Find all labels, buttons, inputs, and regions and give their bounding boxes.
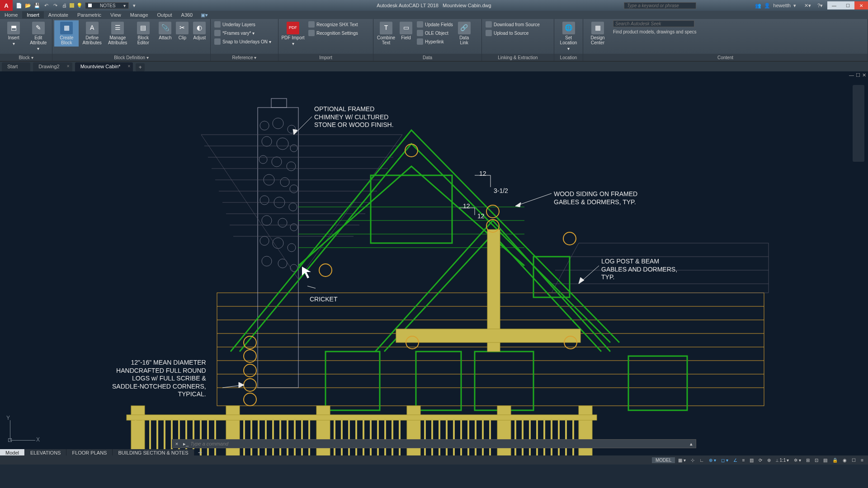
otrack-toggle[interactable]: ∠: [731, 457, 739, 463]
panel-title[interactable]: Block Definition ▾: [52, 54, 210, 61]
save-icon[interactable]: 💾: [33, 2, 41, 9]
recognize-shx-button[interactable]: Recognize SHX Text: [307, 20, 360, 28]
units-toggle[interactable]: ⊡: [813, 457, 820, 463]
clip-button[interactable]: ✂Clip: [175, 20, 190, 42]
manage-attributes-button[interactable]: ☰Manage Attributes: [105, 20, 130, 47]
menu-manage[interactable]: Manage: [126, 11, 153, 19]
recognition-settings-button[interactable]: Recognition Settings: [307, 29, 360, 37]
update-fields-button[interactable]: Update Fields: [415, 20, 455, 28]
menu-home[interactable]: Home: [0, 11, 22, 19]
doctab-mountview[interactable]: Mountview Cabin*×: [75, 62, 133, 71]
model-space-toggle[interactable]: MODEL: [652, 457, 675, 463]
underlay-layers-button[interactable]: Underlay Layers: [212, 20, 273, 28]
help-icon[interactable]: ?▾: [817, 3, 823, 9]
seek-search-input[interactable]: [613, 20, 694, 27]
pdf-import-button[interactable]: PDFPDF Import▾: [280, 20, 306, 47]
combine-text-button[interactable]: TCombine Text: [375, 20, 397, 47]
grid-toggle[interactable]: ▦ ▾: [676, 457, 688, 463]
svg-rect-50: [628, 356, 687, 410]
svg-point-25: [262, 216, 272, 225]
minimize-button[interactable]: —: [827, 1, 841, 9]
annotation-monitor[interactable]: ⊕: [765, 457, 773, 463]
lineweight-toggle[interactable]: ≡: [741, 457, 747, 463]
annoscale-toggle[interactable]: ⟂ 1:1 ▾: [774, 457, 791, 463]
panel-title: Linking & Extraction: [482, 54, 554, 61]
drawing-canvas[interactable]: —☐✕: [0, 71, 868, 465]
frames-vary-button[interactable]: *Frames vary* ▾: [212, 29, 273, 37]
doctab-drawing2[interactable]: Drawing2×: [33, 62, 72, 71]
isolate-objects[interactable]: ◉: [841, 457, 849, 463]
bulb-icon[interactable]: 💡: [76, 2, 83, 9]
svg-point-126: [563, 232, 576, 245]
qat-more-icon[interactable]: ▾: [131, 2, 138, 9]
close-tab-icon[interactable]: ×: [128, 64, 131, 69]
field-button[interactable]: ▭Field: [398, 20, 414, 42]
svg-point-11: [273, 118, 283, 129]
svg-point-30: [288, 244, 296, 252]
lock-ui[interactable]: 🔒: [830, 457, 840, 463]
svg-point-14: [277, 138, 288, 150]
redo-icon[interactable]: ↷: [52, 2, 59, 9]
quick-props[interactable]: ▤: [821, 457, 829, 463]
command-line[interactable]: × ▸_ ▴: [172, 439, 696, 448]
hyperlink-button[interactable]: Hyperlink: [415, 38, 455, 46]
menu-a360[interactable]: A360: [177, 11, 198, 19]
undo-icon[interactable]: ↶: [42, 2, 50, 9]
panel-import: PDFPDF Import▾ Recognize SHX Text Recogn…: [278, 19, 373, 61]
define-attributes-button[interactable]: ADefine Attributes: [80, 20, 104, 47]
user-menu[interactable]: 👥 👤 hewetth ▾ ✕▾ ?▾: [755, 3, 823, 9]
menu-parametric[interactable]: Parametric: [73, 11, 106, 19]
layer-dropdown[interactable]: NOTES ▾: [85, 2, 129, 9]
edit-attribute-button[interactable]: ✎Edit Attribute▾: [27, 20, 51, 52]
panel-title[interactable]: Reference ▾: [211, 54, 278, 61]
transparency-toggle[interactable]: ▥: [748, 457, 755, 463]
close-button[interactable]: ✕: [854, 1, 868, 9]
snap-underlays-button[interactable]: Snap to Underlays ON ▾: [212, 38, 273, 46]
app-logo[interactable]: A: [0, 0, 13, 11]
block-editor-button[interactable]: ▤Block Editor: [131, 20, 155, 47]
ole-object-button[interactable]: OLE Object: [415, 29, 455, 37]
workspace-switch[interactable]: ✲ ▾: [792, 457, 803, 463]
polar-toggle[interactable]: ⊕ ▾: [707, 457, 718, 463]
help-search-input[interactable]: [624, 2, 696, 9]
attach-button[interactable]: 📎Attach: [156, 20, 174, 42]
ortho-toggle[interactable]: ∟: [698, 457, 706, 463]
clean-screen[interactable]: ☐: [850, 457, 858, 463]
close-tab-icon[interactable]: ×: [67, 64, 70, 69]
annotation-visibility[interactable]: ⊞: [804, 457, 811, 463]
open-icon[interactable]: 📂: [24, 2, 32, 9]
menu-annotate[interactable]: Annotate: [44, 11, 73, 19]
print-icon[interactable]: 🖨: [61, 2, 68, 9]
featured-apps-icon[interactable]: ▣▾: [201, 12, 208, 18]
close-cmd-icon[interactable]: ×: [172, 441, 181, 446]
new-icon[interactable]: 📄: [15, 2, 23, 9]
cycling-toggle[interactable]: ⟳: [757, 457, 764, 463]
cmd-history-icon[interactable]: ▴: [687, 441, 696, 447]
menu-insert[interactable]: Insert: [22, 11, 44, 19]
panel-title[interactable]: Block ▾: [0, 54, 52, 61]
svg-point-22: [260, 196, 269, 205]
snap-toggle[interactable]: ⊹: [689, 457, 696, 463]
upload-source-button[interactable]: Upload to Source: [484, 29, 542, 37]
data-link-button[interactable]: 🔗Data Link: [456, 20, 473, 47]
exchange-icon[interactable]: ✕▾: [804, 3, 811, 9]
menu-view[interactable]: View: [106, 11, 126, 19]
layer-swatch-icon[interactable]: [70, 3, 74, 8]
pitch-label-35: 3-1/2: [494, 187, 508, 195]
design-center-button[interactable]: ▦Design Center: [585, 20, 610, 47]
doctab-start[interactable]: Start: [2, 62, 30, 71]
add-tab-button[interactable]: +: [136, 63, 145, 71]
panel-title: Import: [278, 54, 373, 61]
adjust-button[interactable]: ◐Adjust: [191, 20, 208, 42]
annotation-chimney: OPTIONAL FRAMED CHIMNEY W/ CULTURED STON…: [314, 105, 394, 129]
menu-output[interactable]: Output: [153, 11, 177, 19]
svg-point-16: [259, 155, 267, 164]
customize-status[interactable]: ≡: [859, 457, 865, 463]
create-block-button[interactable]: ▦Create Block: [54, 20, 79, 47]
command-input[interactable]: [190, 441, 687, 446]
insert-block-button[interactable]: ⬒Insert▾: [2, 20, 26, 47]
download-source-button[interactable]: Download from Source: [484, 20, 542, 28]
maximize-button[interactable]: ☐: [841, 1, 854, 9]
set-location-button[interactable]: 🌐Set Location▾: [556, 20, 581, 52]
osnap-toggle[interactable]: ◻ ▾: [719, 457, 730, 463]
